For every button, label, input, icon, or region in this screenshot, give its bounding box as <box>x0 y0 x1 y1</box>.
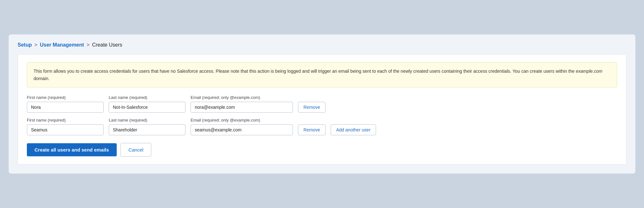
breadcrumb-separator-1: > <box>34 42 37 48</box>
email-input-1[interactable] <box>191 102 293 113</box>
email-label-2: Email (required; only @example.com) <box>191 118 293 123</box>
user-row-1: First name (required) Last name (require… <box>27 95 617 113</box>
create-all-users-button[interactable]: Create all users and send emails <box>27 143 117 156</box>
info-banner-text: This form allows you to create access cr… <box>34 69 602 81</box>
page-container: Setup > User Management > Create Users T… <box>9 34 635 174</box>
field-labels-row-1: First name (required) Last name (require… <box>27 95 617 100</box>
field-labels-row-2: First name (required) Last name (require… <box>27 118 617 123</box>
breadcrumb-user-management[interactable]: User Management <box>40 42 84 48</box>
first-name-input-1[interactable] <box>27 102 104 113</box>
bottom-actions: Create all users and send emails Cancel <box>27 143 617 157</box>
first-name-label-2: First name (required) <box>27 118 104 123</box>
email-input-2[interactable] <box>191 124 293 135</box>
breadcrumb-setup[interactable]: Setup <box>18 42 32 48</box>
last-name-input-2[interactable] <box>109 124 185 135</box>
user-row-2: First name (required) Last name (require… <box>27 118 617 135</box>
last-name-label-1: Last name (required) <box>109 95 185 100</box>
add-another-user-button[interactable]: Add another user <box>331 124 376 135</box>
field-inputs-row-2: Remove Add another user <box>27 124 617 135</box>
breadcrumb-separator-2: > <box>87 42 90 48</box>
remove-button-1[interactable]: Remove <box>298 102 326 113</box>
last-name-label-2: Last name (required) <box>109 118 185 123</box>
first-name-label-1: First name (required) <box>27 95 104 100</box>
main-card: This form allows you to create access cr… <box>18 54 626 165</box>
remove-button-2[interactable]: Remove <box>298 124 326 135</box>
first-name-input-2[interactable] <box>27 124 104 135</box>
breadcrumb-current: Create Users <box>92 42 122 48</box>
info-banner: This form allows you to create access cr… <box>27 62 617 87</box>
field-inputs-row-1: Remove <box>27 102 617 113</box>
cancel-button[interactable]: Cancel <box>121 143 152 157</box>
breadcrumb: Setup > User Management > Create Users <box>18 42 626 48</box>
last-name-input-1[interactable] <box>109 102 185 113</box>
email-label-1: Email (required; only @example.com) <box>191 95 293 100</box>
